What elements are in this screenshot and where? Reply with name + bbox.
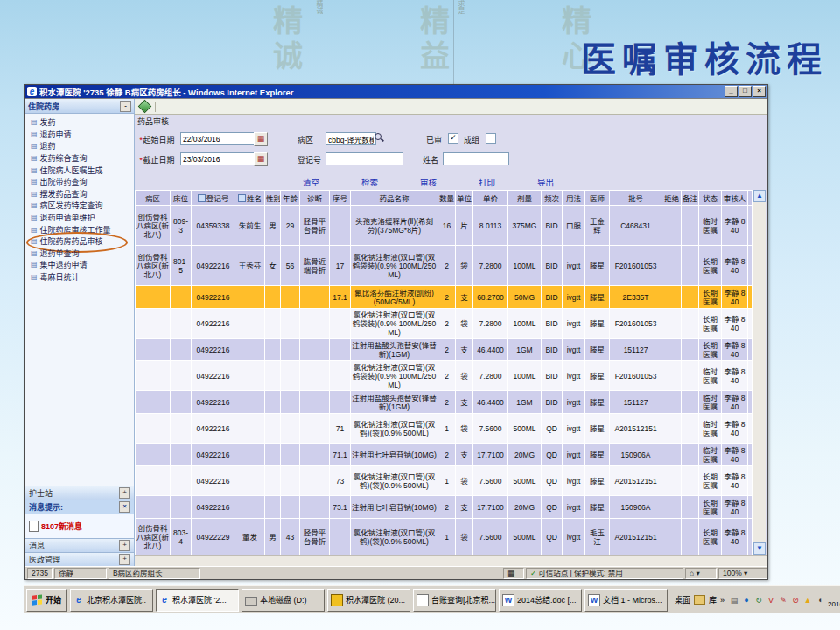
vertical-scrollbar[interactable]: ▲ ▼	[752, 190, 766, 555]
taskbar-button[interactable]: 台账查询[北京积...	[413, 589, 496, 612]
sidebar-panel-nurse-station[interactable]: 护士站 +	[25, 486, 134, 500]
block-icon[interactable]: ⊘	[790, 595, 801, 606]
zoom-control[interactable]: 100% ▾	[718, 568, 767, 579]
name-input[interactable]	[443, 152, 509, 165]
navigate-diamond-icon[interactable]	[138, 100, 152, 114]
scroll-down-icon[interactable]: ▼	[753, 542, 766, 555]
table-cell	[682, 206, 699, 246]
new-message-link[interactable]: 8107新消息	[41, 521, 82, 532]
sidebar-item[interactable]: ▤毒麻日统计	[31, 271, 134, 284]
expand-button[interactable]: +	[119, 487, 130, 499]
collapse-button[interactable]: -	[120, 101, 131, 112]
messenger-icon[interactable]: ●	[741, 595, 752, 606]
taskbar-button[interactable]: W文档 1 - Micros...	[584, 589, 668, 612]
start-date-input[interactable]	[180, 132, 256, 145]
form-action-button[interactable]: 清空	[303, 176, 319, 188]
table-cell	[136, 361, 171, 391]
taskbar-clock[interactable]: 10:23 2016/3/22	[828, 592, 840, 608]
alert-icon[interactable]: ▲	[802, 595, 813, 606]
column-header: 拒绝	[662, 191, 682, 206]
grouped-checkbox[interactable]	[486, 133, 496, 144]
sidebar-item[interactable]: ▤退药申请单维护	[31, 212, 134, 224]
sidebar-item[interactable]: ▤出院带药查询	[31, 176, 134, 188]
menu-grid-icon: ▤	[31, 214, 38, 221]
sidebar-header[interactable]: 住院药房 -	[25, 99, 134, 114]
start-button[interactable]: 开始	[26, 589, 67, 612]
taskbar-button[interactable]: W2014总结.doc [...	[499, 589, 582, 612]
sidebar-item[interactable]: ▤退药	[31, 140, 134, 152]
table-cell: 801-5	[171, 246, 192, 286]
table-row[interactable]: 04922216氯化钠注射液(双口管)(双鹤袋装)(0.9% 100ML/250…	[136, 361, 752, 391]
taskbar-button-label: 北京积水潭医院..	[87, 594, 146, 606]
taskbar-button[interactable]: e积水潭医院 '2...	[156, 589, 239, 612]
sidebar-panel-messages[interactable]: 消息 +	[25, 538, 134, 552]
sidebar-item[interactable]: ▤集中退药申请	[31, 259, 134, 271]
table-cell	[265, 466, 281, 496]
table-row[interactable]: 04922216注射用盐酸头孢替安(锋替新)(1GM)2支46.44001GMB…	[136, 339, 752, 361]
table-cell	[171, 444, 192, 466]
table-row[interactable]: 创伤骨科八病区(新北八)809-304359338朱前生男29胫骨平台骨折头孢克…	[136, 206, 752, 246]
horizontal-scrollbar[interactable]	[135, 555, 767, 566]
form-action-button[interactable]: 导出	[537, 176, 554, 188]
expand-button[interactable]: +	[119, 554, 130, 565]
minimize-button[interactable]: _	[724, 86, 738, 97]
form-action-button[interactable]: 审核	[420, 176, 437, 188]
table-row[interactable]: 0492221617.1氟比洛芬酯注射液(凯纷)(50MG/5ML)2支68.2…	[136, 286, 752, 309]
update-icon[interactable]: ↻	[753, 595, 764, 606]
end-date-calendar-icon[interactable]: ▦	[254, 152, 268, 166]
table-row[interactable]: 0492221671氯化钠注射液(双口管)(双鹤)(袋)(0.9% 500ML)…	[136, 414, 752, 444]
desktop-toolbar[interactable]: 桌面 库 »	[675, 594, 724, 606]
sidebar-item[interactable]: ▤发药综合查询	[31, 152, 134, 164]
pen-icon[interactable]: ✎	[778, 595, 788, 606]
table-row[interactable]: 04922216注射用盐酸头孢替安(锋替新)(1GM)2支46.44001GMB…	[136, 391, 752, 414]
ward-input[interactable]	[326, 132, 376, 145]
table-cell: 17.7100	[473, 496, 508, 519]
expand-button[interactable]: +	[119, 540, 130, 551]
table-cell	[171, 466, 192, 496]
taskbar-button[interactable]: 积水潭医院 (20...	[327, 589, 410, 612]
table-cell	[662, 496, 682, 519]
form-action-button[interactable]: 检索	[361, 176, 378, 188]
antivirus-icon[interactable]: V	[766, 595, 776, 606]
taskbar-button[interactable]: e北京积水潭医院..	[70, 589, 153, 612]
table-cell: 王金辉	[585, 206, 610, 246]
library-folder-icon[interactable]	[694, 595, 705, 605]
printer-icon[interactable]: ▤	[729, 595, 739, 606]
table-cell: 长期医嘱	[699, 496, 722, 519]
sidebar-panel-admin[interactable]: 医政管理 +	[25, 552, 134, 566]
close-icon[interactable]: ×	[119, 501, 130, 513]
table-row[interactable]: 0492221673氯化钠注射液(双口管)(双鹤)(袋)(0.9% 500ML)…	[136, 466, 752, 496]
sidebar-item[interactable]: ▤住院病人医嘱生成	[31, 164, 134, 176]
table-cell	[662, 309, 682, 339]
sidebar-header-label: 住院药房	[28, 101, 60, 112]
close-button[interactable]: ×	[752, 86, 766, 97]
sidebar-item[interactable]: ▤住院药房药品审核	[31, 235, 134, 248]
ward-search-icon[interactable]	[374, 132, 385, 144]
start-date-calendar-icon[interactable]: ▦	[254, 132, 268, 146]
table-row[interactable]: 04922216氯化钠注射液(双口管)(双鹤袋装)(0.9% 100ML/250…	[136, 309, 752, 339]
regno-input[interactable]	[326, 152, 403, 165]
table-row[interactable]: 创伤骨科八病区(新北八)803-404922229董发男43胫骨平台骨折氯化钠注…	[136, 519, 752, 556]
column-header: 诊断	[300, 191, 330, 206]
sidebar-item[interactable]: ▤发药	[31, 116, 134, 129]
volume-icon[interactable]: ◖	[815, 595, 825, 606]
sidebar-item[interactable]: ▤退药申请	[31, 129, 134, 141]
table-cell: 17	[330, 246, 351, 286]
protected-mode-icon[interactable]: ⌂ ▾	[685, 568, 717, 579]
sidebar-item[interactable]: ▤摆发药品查询	[31, 188, 134, 200]
table-row[interactable]: 创伤骨科八病区(新北八)801-504922216王秀芬女56肱骨近端骨折17氯…	[136, 246, 752, 286]
form-action-button[interactable]: 打印	[479, 176, 495, 188]
required-mark: *	[139, 156, 143, 164]
end-date-input[interactable]	[180, 152, 256, 165]
scroll-up-icon[interactable]: ▲	[753, 190, 766, 202]
table-row[interactable]: 0492221673.1注射用七叶皂苷钠(10MG)2支17.710020MGQ…	[136, 496, 752, 519]
sidebar-item[interactable]: ▤退药单查询	[31, 248, 134, 260]
taskbar-button[interactable]: 本地磁盘 (D:)	[242, 589, 325, 612]
table-row[interactable]: 0492221671.1注射用七叶皂苷钠(10MG)2支17.710020MGQ…	[136, 444, 752, 466]
message-popup-body[interactable]: 8107新消息	[25, 514, 134, 538]
sidebar-item[interactable]: ▤住院药房审核工作量	[31, 223, 134, 235]
reviewed-checkbox[interactable]: ✓	[448, 133, 458, 144]
restore-button[interactable]: □	[738, 86, 752, 97]
sidebar-item[interactable]: ▤病区发药特定查询	[31, 200, 134, 212]
table-cell	[171, 361, 192, 391]
